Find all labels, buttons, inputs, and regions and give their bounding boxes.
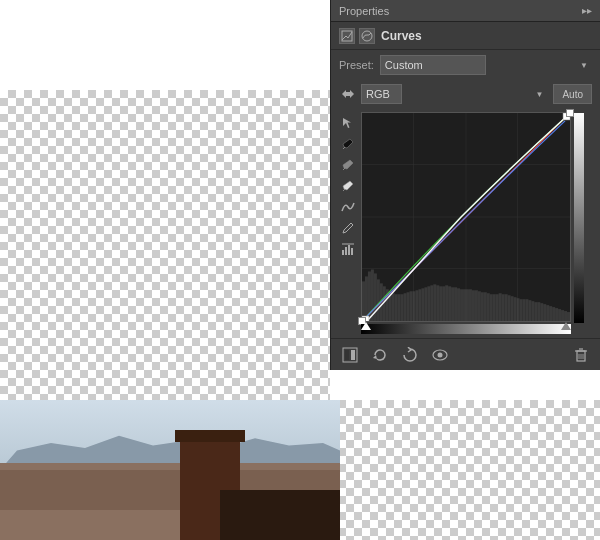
svg-rect-74 xyxy=(531,301,534,321)
svg-rect-84 xyxy=(561,310,564,321)
svg-rect-40 xyxy=(430,285,433,321)
expand-panel-button[interactable]: ▸▸ xyxy=(582,6,592,16)
eyedropper-gray-button[interactable] xyxy=(339,156,357,174)
curves-icon[interactable] xyxy=(359,28,375,44)
svg-rect-54 xyxy=(472,290,475,321)
svg-rect-79 xyxy=(546,305,549,321)
reset-button[interactable] xyxy=(399,344,421,366)
svg-rect-46 xyxy=(448,286,451,321)
svg-rect-77 xyxy=(540,303,543,321)
transparent-checker-top xyxy=(0,90,330,400)
output-gradient xyxy=(361,324,571,334)
auto-button[interactable]: Auto xyxy=(553,84,592,104)
svg-rect-28 xyxy=(395,294,398,321)
curves-graph[interactable] xyxy=(361,112,571,322)
svg-rect-82 xyxy=(555,308,558,321)
adjustment-icon[interactable] xyxy=(339,28,355,44)
svg-rect-22 xyxy=(377,279,380,321)
svg-rect-69 xyxy=(517,298,520,321)
svg-rect-91 xyxy=(351,350,355,360)
svg-rect-0 xyxy=(342,31,352,41)
panel-header: Properties ▸▸ xyxy=(331,0,600,22)
svg-rect-30 xyxy=(401,294,404,321)
white-area xyxy=(0,0,330,90)
preset-label: Preset: xyxy=(339,59,374,71)
svg-rect-57 xyxy=(481,292,484,321)
svg-rect-44 xyxy=(442,286,445,321)
svg-rect-86 xyxy=(567,312,570,321)
svg-rect-70 xyxy=(519,299,522,321)
photo-bottom xyxy=(0,400,340,540)
panel-header-icons: ▸▸ xyxy=(582,6,592,16)
svg-rect-68 xyxy=(514,297,517,321)
svg-rect-71 xyxy=(522,299,525,321)
svg-rect-65 xyxy=(505,294,508,321)
svg-rect-7 xyxy=(345,247,347,255)
svg-rect-35 xyxy=(415,290,418,321)
svg-rect-59 xyxy=(487,293,490,321)
svg-rect-33 xyxy=(410,291,413,321)
curves-title: Curves xyxy=(381,29,422,43)
channel-row: RGB Red Green Blue Auto xyxy=(331,80,600,108)
svg-rect-32 xyxy=(407,292,410,321)
output-right-handle[interactable] xyxy=(561,322,571,330)
channel-select-wrapper: RGB Red Green Blue xyxy=(361,84,547,104)
curves-svg[interactable] xyxy=(362,113,570,321)
svg-rect-67 xyxy=(511,296,514,321)
svg-rect-17 xyxy=(362,281,365,321)
histogram-button[interactable] xyxy=(339,240,357,258)
svg-rect-6 xyxy=(342,250,344,255)
svg-rect-56 xyxy=(478,291,481,321)
svg-rect-8 xyxy=(348,245,350,255)
tools-column xyxy=(339,112,357,334)
pointer-tool-button[interactable] xyxy=(339,114,357,132)
svg-rect-31 xyxy=(404,293,407,321)
svg-rect-60 xyxy=(490,294,493,321)
svg-rect-53 xyxy=(469,289,472,321)
svg-rect-42 xyxy=(436,285,439,321)
reset-previous-button[interactable] xyxy=(369,344,391,366)
svg-rect-58 xyxy=(484,292,487,321)
svg-line-3 xyxy=(343,168,345,170)
svg-line-2 xyxy=(343,147,345,149)
visibility-button[interactable] xyxy=(429,344,451,366)
preset-select[interactable]: Custom Default Strong Contrast Linear Co… xyxy=(380,55,486,75)
svg-rect-66 xyxy=(508,295,511,321)
input-gradient xyxy=(574,113,584,323)
svg-rect-85 xyxy=(564,311,567,321)
svg-rect-52 xyxy=(466,289,469,321)
svg-line-5 xyxy=(351,223,353,225)
svg-rect-39 xyxy=(427,286,430,321)
svg-rect-37 xyxy=(421,288,424,321)
graph-corner-white[interactable] xyxy=(566,109,574,117)
svg-rect-76 xyxy=(537,302,540,321)
panel-title: Properties xyxy=(339,5,389,17)
layer-mask-button[interactable] xyxy=(339,344,361,366)
eyedropper-black-button[interactable] xyxy=(339,135,357,153)
eyedropper-white-button[interactable] xyxy=(339,177,357,195)
smooth-curve-button[interactable] xyxy=(339,198,357,216)
svg-rect-55 xyxy=(475,290,478,321)
chimney-top xyxy=(175,430,245,442)
svg-rect-75 xyxy=(534,302,537,321)
delete-button[interactable] xyxy=(570,344,592,366)
output-left-handle[interactable] xyxy=(361,322,371,330)
svg-rect-27 xyxy=(392,293,395,321)
channel-arrows-icon xyxy=(339,86,355,102)
svg-rect-51 xyxy=(463,289,466,321)
svg-rect-64 xyxy=(502,294,505,321)
svg-rect-62 xyxy=(496,294,499,321)
svg-point-1 xyxy=(362,31,372,41)
svg-rect-48 xyxy=(454,287,457,321)
channel-select[interactable]: RGB Red Green Blue xyxy=(361,84,402,104)
svg-rect-49 xyxy=(457,288,460,321)
preset-row: Preset: Custom Default Strong Contrast L… xyxy=(331,50,600,80)
svg-rect-45 xyxy=(445,285,448,321)
curves-tabbar: Curves xyxy=(331,22,600,50)
svg-rect-36 xyxy=(418,289,421,321)
svg-rect-18 xyxy=(365,276,368,321)
svg-rect-50 xyxy=(460,289,463,321)
pencil-tool-button[interactable] xyxy=(339,219,357,237)
svg-rect-29 xyxy=(398,294,401,321)
curves-graph-container[interactable] xyxy=(361,112,592,334)
